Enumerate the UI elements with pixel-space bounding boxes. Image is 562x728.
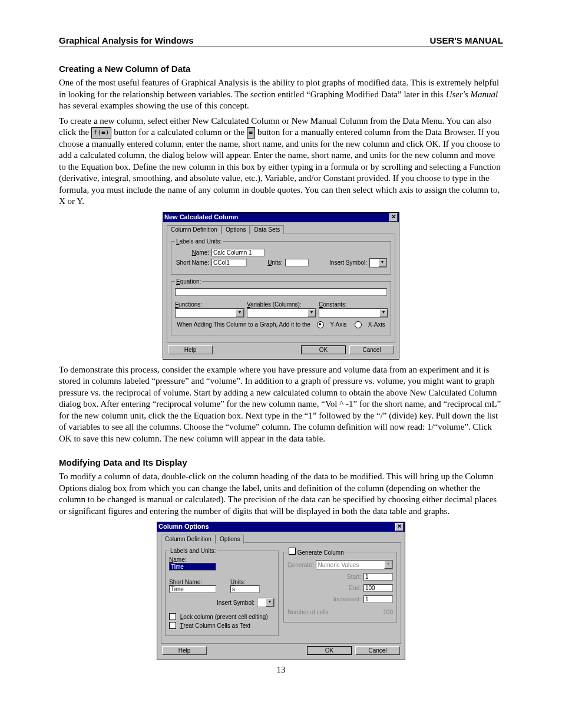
units-label: Units:	[267, 259, 283, 266]
lock-column-label: Lock column (prevent cell editing)	[178, 614, 268, 620]
name-input[interactable]	[211, 249, 265, 256]
paragraph: One of the most useful features of Graph…	[59, 77, 503, 112]
chevron-down-icon: ▾	[379, 309, 388, 317]
insert-symbol-dropdown[interactable]: ▾	[257, 598, 275, 607]
close-icon[interactable]: ✕	[395, 523, 404, 531]
calc-column-toolbar-icon: f(≡)	[91, 127, 112, 138]
labels-units-group: Labels and Units: Name: Short Name: Unit…	[165, 548, 279, 636]
yaxis-radio[interactable]	[317, 321, 324, 328]
insert-symbol-label: Insert Symbol:	[217, 599, 254, 606]
page-number: 13	[59, 665, 503, 675]
end-input[interactable]	[363, 584, 393, 592]
tab-options[interactable]: Options	[216, 535, 244, 543]
section-heading-modifying: Modifying Data and Its Display	[59, 457, 503, 467]
short-name-label: Short Name:	[175, 259, 209, 266]
dialog-tabs: Column Definition Options Data Sets	[167, 225, 395, 233]
chevron-down-icon: ▾	[236, 309, 244, 317]
dialog-titlebar: New Calculated Column ✕	[163, 213, 399, 222]
generate-label: Generate:	[287, 562, 313, 568]
number-of-cells-value: 100	[383, 609, 393, 615]
chevron-down-icon: ▾	[378, 259, 386, 267]
labels-units-group: Labels and Units: Name: Short Name: Unit…	[171, 238, 391, 275]
header-right: USER'S MANUAL	[430, 35, 503, 45]
equation-group: Equation: Functions: ▾ Variables (Column…	[171, 278, 391, 335]
increment-input[interactable]	[363, 595, 393, 603]
name-input[interactable]	[169, 563, 216, 571]
generate-dropdown[interactable]: Numeric Values▾	[316, 560, 393, 569]
start-label: Start:	[347, 574, 361, 580]
start-input[interactable]	[363, 573, 393, 581]
add-to-graph-label: When Adding This Column to a Graph, Add …	[177, 321, 310, 328]
insert-symbol-dropdown[interactable]: ▾	[369, 258, 387, 268]
dialog-title: New Calculated Column	[164, 213, 238, 222]
manual-column-toolbar-icon: ≡	[247, 127, 256, 138]
constants-dropdown[interactable]: ▾	[319, 308, 388, 318]
units-label: Units:	[230, 579, 246, 585]
treat-as-text-label: Treat Column Cells as Text	[178, 622, 250, 629]
help-button[interactable]: Help	[162, 646, 207, 655]
help-button[interactable]: Help	[168, 345, 213, 354]
dialog-title: Column Options	[158, 523, 209, 531]
chevron-down-icon: ▾	[384, 561, 392, 569]
number-of-cells-label: Number of cells:	[287, 609, 330, 615]
page-header: Graphical Analysis for Windows USER'S MA…	[59, 35, 503, 47]
paragraph: To modify a column of data, double-click…	[59, 471, 503, 517]
tab-column-definition[interactable]: Column Definition	[167, 225, 222, 234]
cancel-button[interactable]: Cancel	[355, 646, 400, 655]
cancel-button[interactable]: Cancel	[349, 345, 394, 354]
header-left: Graphical Analysis for Windows	[59, 35, 194, 45]
ok-button[interactable]: OK	[301, 345, 346, 354]
close-icon[interactable]: ✕	[389, 213, 398, 222]
generate-column-group: Generate Column Generate: Numeric Values…	[283, 548, 397, 622]
insert-symbol-label: Insert Symbol:	[329, 259, 367, 266]
ok-button[interactable]: OK	[307, 646, 352, 655]
variables-label: Variables (Columns):	[247, 301, 302, 308]
chevron-down-icon: ▾	[308, 309, 316, 317]
generate-column-checkbox[interactable]	[289, 548, 296, 555]
treat-as-text-checkbox[interactable]	[169, 622, 176, 629]
functions-dropdown[interactable]: ▾	[175, 308, 244, 318]
tab-column-definition[interactable]: Column Definition	[161, 535, 216, 543]
increment-label: Increment:	[333, 596, 361, 602]
name-label: Name:	[169, 556, 186, 563]
new-calculated-column-dialog: New Calculated Column ✕ Column Definitio…	[163, 212, 399, 360]
paragraph: To create a new column, select either Ne…	[59, 116, 503, 207]
variables-dropdown[interactable]: ▾	[247, 308, 316, 318]
lock-column-checkbox[interactable]	[169, 613, 176, 620]
constants-label: Constants:	[319, 301, 347, 308]
short-name-label: Short Name:	[169, 579, 202, 585]
equation-input[interactable]	[175, 288, 387, 296]
section-heading-creating: Creating a New Column of Data	[59, 64, 503, 74]
tab-data-sets[interactable]: Data Sets	[250, 225, 284, 234]
short-name-input[interactable]	[211, 259, 247, 266]
tab-options[interactable]: Options	[222, 225, 250, 234]
functions-label: Functions:	[175, 301, 202, 308]
dialog-titlebar: Column Options ✕	[157, 522, 405, 532]
end-label: End:	[349, 585, 361, 591]
chevron-down-icon: ▾	[266, 598, 274, 607]
units-input[interactable]	[285, 259, 309, 266]
name-label: Name:	[175, 249, 209, 256]
paragraph: To demonstrate this process, consider th…	[59, 364, 503, 445]
units-input[interactable]	[230, 585, 260, 593]
xaxis-radio[interactable]	[355, 321, 362, 328]
short-name-input[interactable]	[169, 585, 216, 593]
column-options-dialog: Column Options ✕ Column Definition Optio…	[157, 522, 405, 660]
